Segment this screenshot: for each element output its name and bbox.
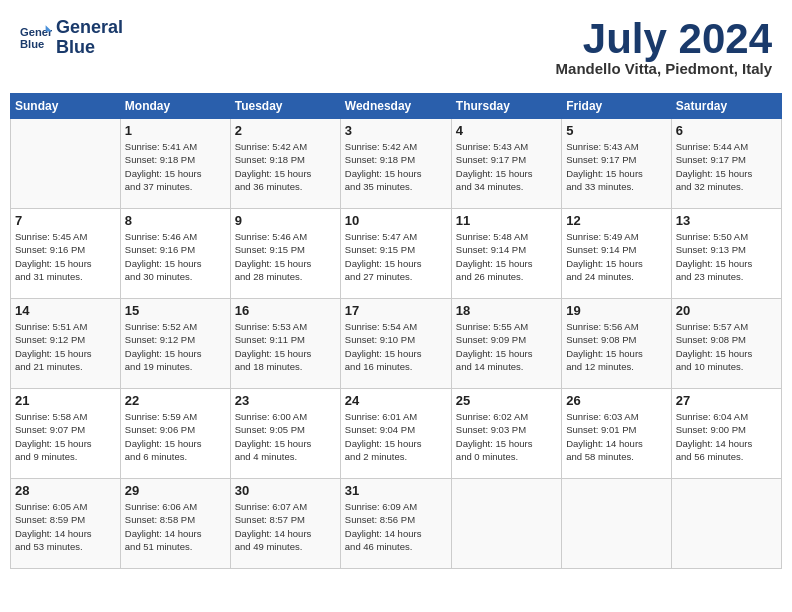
day-number: 5 (566, 123, 666, 138)
calendar-cell: 2Sunrise: 5:42 AMSunset: 9:18 PMDaylight… (230, 119, 340, 209)
day-info: Sunrise: 6:03 AMSunset: 9:01 PMDaylight:… (566, 410, 666, 463)
day-number: 25 (456, 393, 557, 408)
day-info: Sunrise: 5:46 AMSunset: 9:16 PMDaylight:… (125, 230, 226, 283)
day-info: Sunrise: 5:51 AMSunset: 9:12 PMDaylight:… (15, 320, 116, 373)
calendar-cell: 30Sunrise: 6:07 AMSunset: 8:57 PMDayligh… (230, 479, 340, 569)
calendar-cell: 25Sunrise: 6:02 AMSunset: 9:03 PMDayligh… (451, 389, 561, 479)
calendar-cell: 4Sunrise: 5:43 AMSunset: 9:17 PMDaylight… (451, 119, 561, 209)
day-info: Sunrise: 5:58 AMSunset: 9:07 PMDaylight:… (15, 410, 116, 463)
day-info: Sunrise: 6:05 AMSunset: 8:59 PMDaylight:… (15, 500, 116, 553)
calendar-cell (11, 119, 121, 209)
day-info: Sunrise: 5:47 AMSunset: 9:15 PMDaylight:… (345, 230, 447, 283)
day-number: 28 (15, 483, 116, 498)
calendar-week-row: 14Sunrise: 5:51 AMSunset: 9:12 PMDayligh… (11, 299, 782, 389)
calendar-cell: 11Sunrise: 5:48 AMSunset: 9:14 PMDayligh… (451, 209, 561, 299)
calendar-cell: 18Sunrise: 5:55 AMSunset: 9:09 PMDayligh… (451, 299, 561, 389)
day-number: 19 (566, 303, 666, 318)
day-info: Sunrise: 6:00 AMSunset: 9:05 PMDaylight:… (235, 410, 336, 463)
day-number: 3 (345, 123, 447, 138)
calendar-cell: 29Sunrise: 6:06 AMSunset: 8:58 PMDayligh… (120, 479, 230, 569)
day-info: Sunrise: 6:09 AMSunset: 8:56 PMDaylight:… (345, 500, 447, 553)
calendar-cell: 23Sunrise: 6:00 AMSunset: 9:05 PMDayligh… (230, 389, 340, 479)
day-number: 8 (125, 213, 226, 228)
month-title: July 2024 (556, 18, 772, 60)
day-info: Sunrise: 5:43 AMSunset: 9:17 PMDaylight:… (566, 140, 666, 193)
page-header: General Blue General Blue July 2024 Mand… (10, 10, 782, 85)
day-info: Sunrise: 5:44 AMSunset: 9:17 PMDaylight:… (676, 140, 777, 193)
day-number: 13 (676, 213, 777, 228)
calendar-cell: 19Sunrise: 5:56 AMSunset: 9:08 PMDayligh… (562, 299, 671, 389)
calendar-table: SundayMondayTuesdayWednesdayThursdayFrid… (10, 93, 782, 569)
day-info: Sunrise: 5:50 AMSunset: 9:13 PMDaylight:… (676, 230, 777, 283)
day-number: 1 (125, 123, 226, 138)
calendar-cell: 9Sunrise: 5:46 AMSunset: 9:15 PMDaylight… (230, 209, 340, 299)
day-number: 20 (676, 303, 777, 318)
day-info: Sunrise: 5:49 AMSunset: 9:14 PMDaylight:… (566, 230, 666, 283)
calendar-week-row: 28Sunrise: 6:05 AMSunset: 8:59 PMDayligh… (11, 479, 782, 569)
day-info: Sunrise: 5:41 AMSunset: 9:18 PMDaylight:… (125, 140, 226, 193)
day-number: 2 (235, 123, 336, 138)
calendar-cell: 8Sunrise: 5:46 AMSunset: 9:16 PMDaylight… (120, 209, 230, 299)
day-info: Sunrise: 6:06 AMSunset: 8:58 PMDaylight:… (125, 500, 226, 553)
day-number: 31 (345, 483, 447, 498)
calendar-cell: 31Sunrise: 6:09 AMSunset: 8:56 PMDayligh… (340, 479, 451, 569)
day-number: 23 (235, 393, 336, 408)
calendar-cell: 28Sunrise: 6:05 AMSunset: 8:59 PMDayligh… (11, 479, 121, 569)
calendar-cell: 16Sunrise: 5:53 AMSunset: 9:11 PMDayligh… (230, 299, 340, 389)
calendar-cell: 1Sunrise: 5:41 AMSunset: 9:18 PMDaylight… (120, 119, 230, 209)
day-number: 7 (15, 213, 116, 228)
calendar-cell: 24Sunrise: 6:01 AMSunset: 9:04 PMDayligh… (340, 389, 451, 479)
day-number: 18 (456, 303, 557, 318)
day-info: Sunrise: 6:04 AMSunset: 9:00 PMDaylight:… (676, 410, 777, 463)
day-info: Sunrise: 5:42 AMSunset: 9:18 PMDaylight:… (345, 140, 447, 193)
calendar-cell: 14Sunrise: 5:51 AMSunset: 9:12 PMDayligh… (11, 299, 121, 389)
weekday-header: Thursday (451, 94, 561, 119)
weekday-header: Sunday (11, 94, 121, 119)
calendar-cell: 6Sunrise: 5:44 AMSunset: 9:17 PMDaylight… (671, 119, 781, 209)
calendar-cell: 5Sunrise: 5:43 AMSunset: 9:17 PMDaylight… (562, 119, 671, 209)
day-info: Sunrise: 5:59 AMSunset: 9:06 PMDaylight:… (125, 410, 226, 463)
day-info: Sunrise: 5:53 AMSunset: 9:11 PMDaylight:… (235, 320, 336, 373)
weekday-header: Wednesday (340, 94, 451, 119)
header-row: SundayMondayTuesdayWednesdayThursdayFrid… (11, 94, 782, 119)
day-number: 9 (235, 213, 336, 228)
calendar-week-row: 7Sunrise: 5:45 AMSunset: 9:16 PMDaylight… (11, 209, 782, 299)
day-number: 29 (125, 483, 226, 498)
day-number: 17 (345, 303, 447, 318)
logo-text-line1: General (56, 18, 123, 38)
calendar-cell: 10Sunrise: 5:47 AMSunset: 9:15 PMDayligh… (340, 209, 451, 299)
day-number: 4 (456, 123, 557, 138)
day-info: Sunrise: 5:57 AMSunset: 9:08 PMDaylight:… (676, 320, 777, 373)
calendar-week-row: 21Sunrise: 5:58 AMSunset: 9:07 PMDayligh… (11, 389, 782, 479)
weekday-header: Saturday (671, 94, 781, 119)
calendar-cell: 21Sunrise: 5:58 AMSunset: 9:07 PMDayligh… (11, 389, 121, 479)
calendar-cell: 26Sunrise: 6:03 AMSunset: 9:01 PMDayligh… (562, 389, 671, 479)
day-info: Sunrise: 5:55 AMSunset: 9:09 PMDaylight:… (456, 320, 557, 373)
day-info: Sunrise: 5:46 AMSunset: 9:15 PMDaylight:… (235, 230, 336, 283)
calendar-cell: 3Sunrise: 5:42 AMSunset: 9:18 PMDaylight… (340, 119, 451, 209)
svg-text:Blue: Blue (20, 37, 44, 49)
logo-text-line2: Blue (56, 38, 123, 58)
calendar-cell (562, 479, 671, 569)
calendar-cell: 12Sunrise: 5:49 AMSunset: 9:14 PMDayligh… (562, 209, 671, 299)
calendar-cell: 22Sunrise: 5:59 AMSunset: 9:06 PMDayligh… (120, 389, 230, 479)
logo: General Blue General Blue (20, 18, 123, 58)
day-number: 22 (125, 393, 226, 408)
day-info: Sunrise: 5:54 AMSunset: 9:10 PMDaylight:… (345, 320, 447, 373)
weekday-header: Friday (562, 94, 671, 119)
day-number: 12 (566, 213, 666, 228)
calendar-cell: 27Sunrise: 6:04 AMSunset: 9:00 PMDayligh… (671, 389, 781, 479)
day-number: 26 (566, 393, 666, 408)
day-number: 14 (15, 303, 116, 318)
day-info: Sunrise: 5:48 AMSunset: 9:14 PMDaylight:… (456, 230, 557, 283)
calendar-cell: 17Sunrise: 5:54 AMSunset: 9:10 PMDayligh… (340, 299, 451, 389)
weekday-header: Tuesday (230, 94, 340, 119)
calendar-cell: 7Sunrise: 5:45 AMSunset: 9:16 PMDaylight… (11, 209, 121, 299)
title-block: July 2024 Mandello Vitta, Piedmont, Ital… (556, 18, 772, 77)
location: Mandello Vitta, Piedmont, Italy (556, 60, 772, 77)
calendar-cell: 13Sunrise: 5:50 AMSunset: 9:13 PMDayligh… (671, 209, 781, 299)
day-number: 6 (676, 123, 777, 138)
calendar-week-row: 1Sunrise: 5:41 AMSunset: 9:18 PMDaylight… (11, 119, 782, 209)
day-number: 16 (235, 303, 336, 318)
calendar-cell: 20Sunrise: 5:57 AMSunset: 9:08 PMDayligh… (671, 299, 781, 389)
